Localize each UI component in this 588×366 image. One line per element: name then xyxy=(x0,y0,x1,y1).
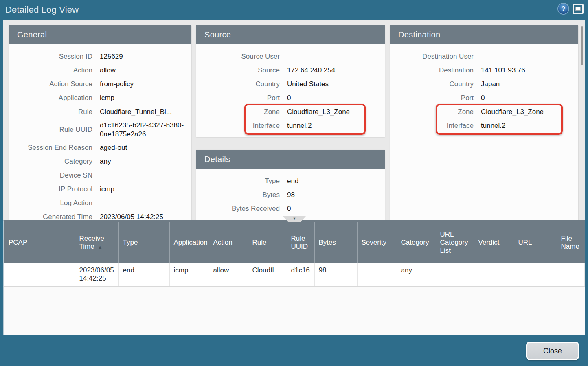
field-row: Generated Time 2023/06/05 14:42:25 xyxy=(9,210,191,220)
cell-severity xyxy=(357,263,397,286)
details-panel: Details Type end Bytes 98 Bytes Received… xyxy=(196,150,385,220)
field-label: IP Protocol xyxy=(9,182,92,196)
column-header[interactable]: Rule UUID xyxy=(287,222,314,263)
column-label: File Name xyxy=(561,235,579,250)
cell-type: end xyxy=(118,263,169,286)
log-row[interactable]: 2023/06/05 14:42:25 end icmp allow Cloud… xyxy=(4,263,585,286)
field-row: Source User xyxy=(196,50,385,64)
field-value: from-policy xyxy=(100,77,191,91)
column-header[interactable]: Bytes xyxy=(314,222,357,263)
destination-panel-title: Destination xyxy=(390,25,578,44)
field-label: Device SN xyxy=(9,169,92,182)
details-panel-title: Details xyxy=(196,150,385,169)
source-panel: Source Source User Source 172.64.240.254… xyxy=(196,25,385,137)
column-label: URL Category List xyxy=(440,230,468,254)
field-label: Action xyxy=(9,64,92,77)
field-value: 125629 xyxy=(100,50,191,64)
column-header[interactable]: Application xyxy=(169,222,209,263)
column-label: PCAP xyxy=(9,239,27,246)
field-value: aged-out xyxy=(100,141,191,155)
column-label: Rule UUID xyxy=(291,235,308,250)
cell-file-name xyxy=(557,263,585,286)
column-header[interactable]: Verdict xyxy=(474,222,514,263)
vertical-scrollbar-thumb[interactable] xyxy=(581,26,583,65)
field-row: Action Source from-policy xyxy=(9,77,191,91)
field-row: Rule Cloudflare_Tunnel_Bi... xyxy=(9,105,191,119)
field-row: Source 172.64.240.254 xyxy=(196,64,385,77)
log-table: PCAP Receive Time▲ Type Application xyxy=(4,222,585,287)
column-header[interactable]: Receive Time▲ xyxy=(75,222,118,263)
column-header[interactable]: Type xyxy=(118,222,169,263)
field-label: Destination User xyxy=(390,50,474,64)
close-button[interactable]: Close xyxy=(526,342,579,360)
cell-verdict xyxy=(474,263,514,286)
dialog-title: Detailed Log View xyxy=(5,0,79,20)
field-value: icmp xyxy=(100,182,191,196)
column-header[interactable]: Action xyxy=(209,222,248,263)
column-header[interactable]: URL Category List xyxy=(436,222,474,263)
field-value: 0 xyxy=(287,202,385,216)
column-label: Severity xyxy=(362,239,386,246)
field-label: Rule UUID xyxy=(9,125,92,134)
title-bar: Detailed Log View ? xyxy=(0,0,588,20)
field-value: 2023/06/05 14:42:25 xyxy=(100,210,191,220)
column-header[interactable]: File Name xyxy=(557,222,585,263)
field-row: Port 0 xyxy=(390,91,578,105)
field-value: end xyxy=(287,174,385,188)
field-label: Zone xyxy=(196,105,280,119)
field-value xyxy=(481,50,578,64)
field-label: Category xyxy=(9,155,92,169)
column-label: URL xyxy=(518,239,532,246)
field-label: Port xyxy=(196,91,280,105)
field-value: Cloudflare_L3_Zone xyxy=(287,105,385,119)
cell-url-category-list xyxy=(436,263,474,286)
window-icon[interactable] xyxy=(573,4,584,14)
cell-action: allow xyxy=(209,263,248,286)
field-label: Interface xyxy=(196,119,280,133)
field-label: Session ID xyxy=(9,50,92,64)
field-value xyxy=(100,196,191,210)
field-label: Action Source xyxy=(9,77,92,91)
general-panel-title: General xyxy=(9,25,191,44)
field-row: Interface tunnel.2 xyxy=(196,119,385,133)
cell-rule-uuid: d1c16... xyxy=(287,263,314,286)
field-row: Log Action xyxy=(9,196,191,210)
column-header[interactable]: Category xyxy=(397,222,436,263)
column-label: Category xyxy=(401,239,429,246)
field-row: Bytes 98 xyxy=(196,188,385,202)
column-label: Bytes xyxy=(319,239,336,246)
cell-application: icmp xyxy=(169,263,209,286)
field-label: Bytes Received xyxy=(196,202,280,216)
column-header[interactable]: URL xyxy=(514,222,557,263)
column-header[interactable]: Severity xyxy=(357,222,397,263)
field-value: 172.64.240.254 xyxy=(287,64,385,77)
field-value: any xyxy=(100,155,191,169)
field-value: Cloudflare_Tunnel_Bi... xyxy=(100,105,191,119)
field-value: 98 xyxy=(287,188,385,202)
cell-bytes: 98 xyxy=(314,263,357,286)
column-label: Rule xyxy=(252,239,267,246)
field-row: Bytes Received 0 xyxy=(196,202,385,216)
help-icon[interactable]: ? xyxy=(558,4,568,14)
column-label: Action xyxy=(213,239,233,246)
column-header[interactable]: PCAP xyxy=(4,222,75,263)
field-label: Destination xyxy=(390,64,474,77)
field-row: Interface tunnel.2 xyxy=(390,119,578,133)
column-label: Application xyxy=(174,239,208,246)
field-value xyxy=(100,169,191,182)
log-table-head: PCAP Receive Time▲ Type Application xyxy=(4,222,585,263)
field-value: 0 xyxy=(287,91,385,105)
general-panel: General Session ID 125629 Action allow A… xyxy=(9,25,191,220)
field-label: Port xyxy=(390,91,474,105)
field-value: tunnel.2 xyxy=(287,119,385,133)
field-label: Source xyxy=(196,64,280,77)
window-icon-inner xyxy=(575,7,581,11)
field-row: Action allow xyxy=(9,64,191,77)
column-header[interactable]: Rule xyxy=(248,222,287,263)
cell-pcap xyxy=(4,263,75,286)
field-row: Category any xyxy=(9,155,191,169)
field-label: Application xyxy=(9,91,92,105)
field-value xyxy=(287,50,385,64)
detailed-log-view-dialog: { "title_bar": { "title": "Detailed Log … xyxy=(0,0,588,366)
field-label: Rule xyxy=(9,105,92,119)
